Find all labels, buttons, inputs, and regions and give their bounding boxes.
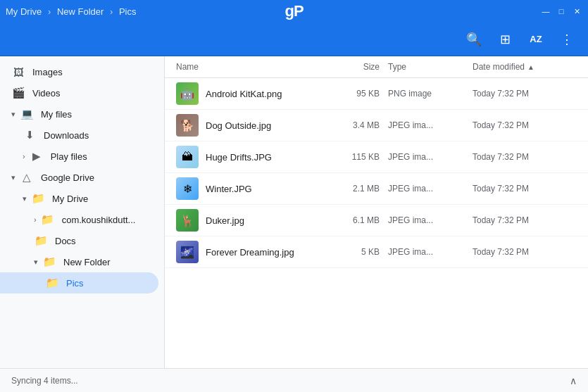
sidebar-item-new-folder[interactable]: ▾ 📁 New Folder bbox=[0, 251, 164, 272]
file-type: JPEG ima... bbox=[380, 184, 464, 194]
file-rows-container: 🤖 Android KitKat.png 95 KB PNG image Tod… bbox=[165, 78, 588, 268]
minimize-button[interactable]: — bbox=[540, 6, 551, 17]
table-row[interactable]: 🤖 Android KitKat.png 95 KB PNG image Tod… bbox=[165, 78, 588, 110]
sidebar-item-docs[interactable]: 📁 Docs bbox=[0, 230, 158, 251]
status-bar: Syncing 4 items... ∧ bbox=[0, 368, 588, 392]
sidebar-item-com-label: com.koushikdutt... bbox=[62, 215, 136, 225]
file-type: JPEG ima... bbox=[380, 215, 464, 225]
file-name: Android KitKat.png bbox=[206, 89, 282, 99]
com-arrow: › bbox=[34, 215, 37, 224]
maximize-button[interactable]: □ bbox=[556, 6, 567, 17]
sidebar-item-videos-label: Videos bbox=[32, 88, 61, 99]
sidebar-item-com-koushikdutt[interactable]: › 📁 com.koushikdutt... bbox=[0, 209, 164, 230]
play-files-icon: ▶ bbox=[30, 150, 44, 163]
sidebar-item-my-files[interactable]: ▾ 💻 My files bbox=[0, 103, 164, 125]
new-folder-icon: 📁 bbox=[42, 255, 56, 268]
sidebar-item-play-files-label: Play files bbox=[51, 151, 87, 162]
sidebar-item-images[interactable]: 🖼 Images bbox=[0, 62, 158, 82]
breadcrumb-sep-2: › bbox=[110, 6, 113, 17]
sidebar-item-videos[interactable]: 🎬 Videos bbox=[0, 82, 158, 103]
sidebar-item-play-files[interactable]: › ▶ Play files bbox=[0, 146, 164, 167]
toolbar: 🔍 ⊞ AZ ⋮ bbox=[0, 23, 588, 56]
play-files-arrow: › bbox=[23, 152, 25, 160]
col-header-size[interactable]: Size bbox=[309, 62, 380, 72]
sidebar: 🖼 Images 🎬 Videos ▾ 💻 My files ⬇ Downloa… bbox=[0, 56, 165, 368]
file-type: JPEG ima... bbox=[380, 152, 464, 162]
table-row[interactable]: 🌌 Forever Dreaming.jpg 5 KB JPEG ima... … bbox=[165, 236, 588, 268]
file-name: Duker.jpg bbox=[206, 215, 244, 226]
file-date: Today 7:32 PM bbox=[464, 247, 577, 257]
col-header-date[interactable]: Date modified ▲ bbox=[464, 62, 577, 72]
pics-folder-icon: 📁 bbox=[45, 277, 59, 289]
file-table-header: Name Size Type Date modified ▲ bbox=[165, 56, 588, 78]
file-name: Dog Outside.jpg bbox=[206, 120, 271, 131]
file-area: Name Size Type Date modified ▲ 🤖 Android… bbox=[165, 56, 588, 368]
file-name: Huge Drifts.JPG bbox=[206, 152, 272, 163]
images-icon: 🖼 bbox=[11, 66, 25, 78]
my-drive-folder-icon: 📁 bbox=[31, 192, 45, 205]
table-row[interactable]: ❄ Winter.JPG 2.1 MB JPEG ima... Today 7:… bbox=[165, 173, 588, 205]
main-layout: 🖼 Images 🎬 Videos ▾ 💻 My files ⬇ Downloa… bbox=[0, 56, 588, 368]
sidebar-item-images-label: Images bbox=[32, 67, 63, 77]
file-thumbnail: 🏔 bbox=[176, 146, 199, 168]
table-row[interactable]: 🏔 Huge Drifts.JPG 115 KB JPEG ima... Tod… bbox=[165, 141, 588, 173]
sort-date-icon: ▲ bbox=[527, 63, 534, 71]
sort-az-button[interactable]: AZ bbox=[523, 27, 549, 52]
file-type: JPEG ima... bbox=[380, 247, 464, 257]
google-drive-icon: △ bbox=[20, 171, 34, 184]
file-date: Today 7:32 PM bbox=[464, 89, 577, 99]
table-row[interactable]: 🦌 Duker.jpg 6.1 MB JPEG ima... Today 7:3… bbox=[165, 205, 588, 236]
table-row[interactable]: 🐕 Dog Outside.jpg 3.4 MB JPEG ima... Tod… bbox=[165, 110, 588, 141]
downloads-icon: ⬇ bbox=[23, 129, 37, 141]
file-size: 5 KB bbox=[309, 247, 380, 257]
sidebar-item-google-drive-label: Google Drive bbox=[41, 172, 94, 183]
sync-status-text: Syncing 4 items... bbox=[11, 376, 78, 386]
breadcrumb: My Drive › New Folder › Pics bbox=[6, 6, 540, 17]
sidebar-item-my-drive[interactable]: ▾ 📁 My Drive bbox=[0, 188, 164, 209]
breadcrumb-part-2[interactable]: New Folder bbox=[57, 6, 104, 17]
docs-folder-icon: 📁 bbox=[34, 234, 48, 247]
sidebar-item-downloads-label: Downloads bbox=[44, 130, 89, 141]
search-button[interactable]: 🔍 bbox=[461, 27, 487, 52]
sidebar-item-pics[interactable]: 📁 Pics bbox=[0, 272, 158, 293]
grid-view-button[interactable]: ⊞ bbox=[492, 27, 518, 52]
window-controls: — □ ✕ bbox=[540, 6, 582, 17]
file-date: Today 7:32 PM bbox=[464, 120, 577, 130]
file-size: 6.1 MB bbox=[309, 215, 380, 225]
file-type: JPEG ima... bbox=[380, 120, 464, 130]
file-name: Winter.JPG bbox=[206, 184, 252, 194]
file-size: 95 KB bbox=[309, 89, 380, 99]
sidebar-item-docs-label: Docs bbox=[55, 236, 76, 246]
file-thumbnail: 🤖 bbox=[176, 82, 199, 105]
file-thumbnail: 🦌 bbox=[176, 209, 199, 232]
more-menu-button[interactable]: ⋮ bbox=[554, 27, 580, 52]
file-name: Forever Dreaming.jpg bbox=[206, 247, 294, 258]
breadcrumb-sep-1: › bbox=[48, 6, 51, 17]
file-date: Today 7:32 PM bbox=[464, 152, 577, 162]
close-button[interactable]: ✕ bbox=[571, 6, 582, 17]
file-size: 115 KB bbox=[309, 152, 380, 162]
sidebar-item-my-files-label: My files bbox=[41, 109, 72, 120]
breadcrumb-part-3[interactable]: Pics bbox=[119, 6, 137, 17]
my-files-icon: 💻 bbox=[20, 108, 34, 120]
sidebar-item-google-drive[interactable]: ▾ △ Google Drive bbox=[0, 167, 164, 188]
file-size: 3.4 MB bbox=[309, 120, 380, 130]
file-date: Today 7:32 PM bbox=[464, 184, 577, 194]
title-bar: My Drive › New Folder › Pics gP — □ ✕ bbox=[0, 0, 588, 23]
col-header-name[interactable]: Name bbox=[176, 62, 309, 72]
file-size: 2.1 MB bbox=[309, 184, 380, 194]
file-thumbnail: 🐕 bbox=[176, 114, 199, 137]
google-drive-arrow: ▾ bbox=[11, 173, 15, 182]
sidebar-item-new-folder-label: New Folder bbox=[63, 257, 110, 267]
breadcrumb-part-1[interactable]: My Drive bbox=[6, 6, 42, 17]
file-date: Today 7:32 PM bbox=[464, 215, 577, 225]
new-folder-arrow: ▾ bbox=[34, 258, 38, 267]
sidebar-item-pics-label: Pics bbox=[66, 278, 84, 289]
my-files-arrow: ▾ bbox=[11, 110, 15, 119]
col-header-type[interactable]: Type bbox=[380, 62, 464, 72]
videos-icon: 🎬 bbox=[11, 87, 25, 99]
file-thumbnail: ❄ bbox=[176, 177, 199, 200]
sidebar-item-downloads[interactable]: ⬇ Downloads bbox=[0, 125, 158, 146]
status-up-button[interactable]: ∧ bbox=[570, 375, 577, 386]
app-logo: gP bbox=[284, 2, 303, 20]
